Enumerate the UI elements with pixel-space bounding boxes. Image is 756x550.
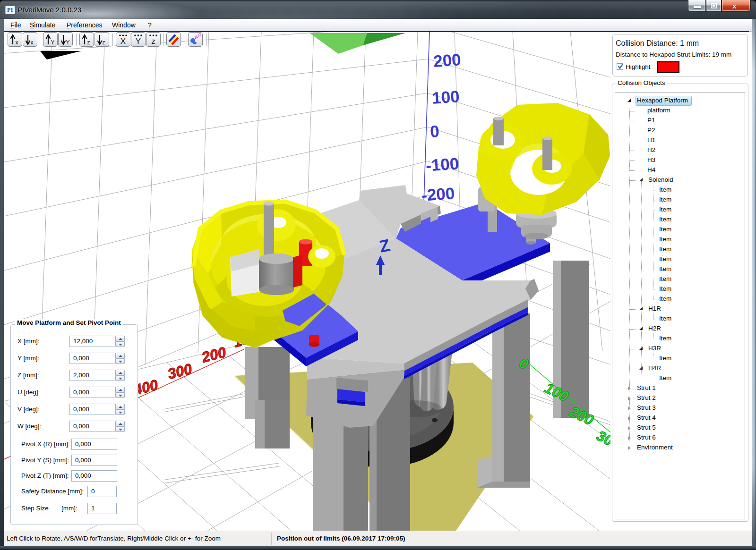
svg-text:X: X <box>120 37 126 46</box>
svg-text:z: z <box>103 39 105 46</box>
svg-text:100: 100 <box>431 87 460 107</box>
svg-text:x: x <box>16 39 18 46</box>
svg-text:200: 200 <box>433 50 462 70</box>
svg-text:ISO: ISO <box>194 33 202 40</box>
svg-text:x: x <box>31 39 34 46</box>
svg-text:Y: Y <box>136 37 141 46</box>
svg-text:0: 0 <box>430 122 440 141</box>
svg-text:Y: Y <box>51 39 55 46</box>
svg-text:-100: -100 <box>425 154 460 175</box>
svg-text:-200: -200 <box>421 184 455 204</box>
svg-text:z: z <box>151 37 155 46</box>
svg-text:z: z <box>87 39 90 46</box>
svg-text:Y: Y <box>66 39 70 46</box>
